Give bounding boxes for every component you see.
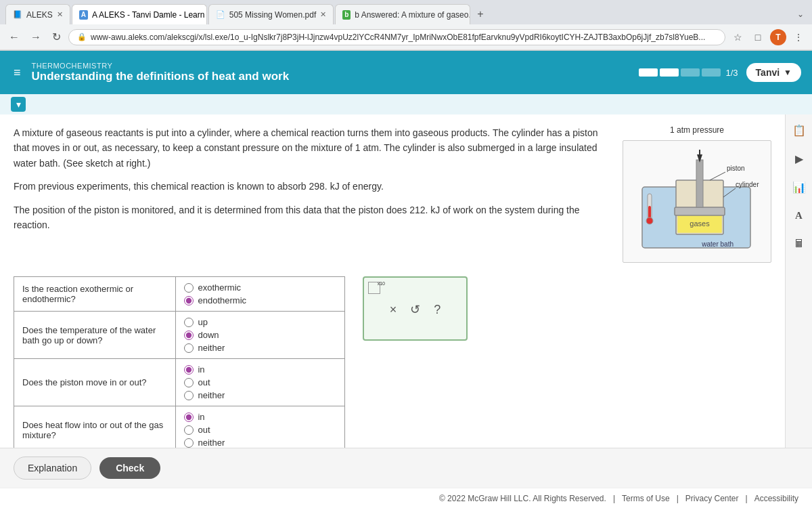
- progress-container: 1/3: [639, 68, 738, 78]
- q1-exothermic-text: exothermic: [198, 282, 241, 293]
- q4-neither-radio[interactable]: [184, 438, 194, 448]
- check-button[interactable]: Check: [99, 457, 160, 479]
- q3-in-label[interactable]: in: [184, 364, 336, 375]
- sidebar-font-icon[interactable]: A: [789, 205, 809, 226]
- new-tab-button[interactable]: +: [472, 5, 489, 23]
- tab-aleks-icon: 📘: [13, 10, 22, 20]
- x10-superscript: x10: [378, 281, 385, 286]
- problem-section: A mixture of gaseous reactants is put in…: [14, 125, 771, 263]
- problem-paragraph-3: The position of the piston is monitored,…: [14, 203, 609, 233]
- user-menu-button[interactable]: Tanvi ▼: [746, 63, 801, 82]
- q1-endothermic-radio[interactable]: [184, 296, 194, 305]
- q2-neither-label[interactable]: neither: [184, 343, 336, 353]
- q2-up-radio[interactable]: [184, 318, 194, 327]
- progress-segments: [639, 68, 721, 77]
- tab-overflow-icon[interactable]: ⌄: [794, 7, 807, 22]
- sidebar-calculator-icon[interactable]: 🖩: [789, 234, 809, 254]
- footer-copyright: © 2022 McGraw Hill LLC. All Rights Reser…: [439, 494, 606, 503]
- tab-answered[interactable]: b b Answered: A mixture of gaseo... ✕: [335, 4, 470, 24]
- q3-neither-radio[interactable]: [184, 391, 194, 400]
- q2-neither-radio[interactable]: [184, 343, 194, 353]
- forward-button[interactable]: →: [27, 30, 45, 45]
- extension-icon[interactable]: □: [750, 29, 766, 45]
- footer-sep-3: |: [746, 494, 748, 503]
- user-avatar[interactable]: T: [770, 29, 786, 45]
- footer-terms-link[interactable]: Terms of Use: [622, 494, 670, 503]
- water-bath-label: water bath: [701, 240, 734, 248]
- explanation-button[interactable]: Explanation: [14, 457, 91, 480]
- reload-button[interactable]: ↻: [49, 29, 64, 45]
- tab-aleks-close[interactable]: ✕: [57, 10, 63, 19]
- back-button[interactable]: ←: [5, 30, 23, 45]
- footer-accessibility-link[interactable]: Accessibility: [754, 494, 798, 503]
- tab-pdf[interactable]: 📄 505 Missing Women.pdf ✕: [208, 4, 334, 24]
- progress-seg-3: [681, 68, 700, 77]
- q2-down-text: down: [198, 330, 219, 340]
- footer-sep-1: |: [613, 494, 615, 503]
- answer-undo-button[interactable]: ↺: [410, 302, 420, 317]
- piston-label: piston: [727, 165, 745, 172]
- q3-in-radio[interactable]: [184, 365, 194, 375]
- answer-box-header: x10: [368, 282, 462, 294]
- q1-endothermic-label[interactable]: endothermic: [184, 295, 336, 305]
- q2-up-label[interactable]: up: [184, 317, 336, 327]
- collapse-button[interactable]: ▾: [11, 97, 26, 112]
- footer-sep-2: |: [677, 494, 679, 503]
- svg-point-11: [646, 217, 653, 224]
- diagram-container: gases: [623, 140, 771, 263]
- q3-out-label[interactable]: out: [184, 377, 336, 387]
- q4-neither-label[interactable]: neither: [184, 438, 336, 448]
- more-menu-icon[interactable]: ⋮: [790, 29, 807, 45]
- q3-neither-label[interactable]: neither: [184, 390, 336, 400]
- answer-checkbox[interactable]: x10: [368, 282, 380, 294]
- header-main-title: Understanding the definitions of heat an…: [32, 70, 631, 83]
- footer-privacy-link[interactable]: Privacy Center: [685, 494, 739, 503]
- q4-out-label[interactable]: out: [184, 425, 336, 435]
- q1-exothermic-label[interactable]: exothermic: [184, 282, 336, 293]
- diagram-area: 1 atm pressure gases: [623, 125, 771, 263]
- table-row: Is the reaction exothermic or endothermi…: [14, 277, 345, 312]
- problem-paragraph-2: From previous experiments, this chemical…: [14, 179, 609, 194]
- q3-neither-text: neither: [198, 390, 225, 400]
- right-sidebar: 📋 ▶ 📊 A 🖩: [785, 114, 812, 448]
- address-bar[interactable]: 🔒 www-awu.aleks.com/alekscgi/x/lsl.exe/1…: [68, 29, 725, 45]
- q1-text: Is the reaction exothermic or endothermi…: [14, 277, 176, 312]
- q4-in-radio[interactable]: [184, 412, 194, 422]
- q1-exothermic-radio[interactable]: [184, 283, 194, 293]
- q1-options: exothermic endothermic: [176, 277, 345, 312]
- sidebar-notes-icon[interactable]: 📋: [789, 120, 809, 140]
- table-row: Does the piston move in or out? in: [14, 359, 345, 406]
- progress-seg-2: [660, 68, 679, 77]
- q4-neither-text: neither: [198, 438, 225, 448]
- tab-pdf-close[interactable]: ✕: [320, 10, 326, 19]
- header-right: 1/3 Tanvi ▼: [639, 63, 802, 82]
- answer-help-button[interactable]: ?: [434, 303, 441, 317]
- tab-aleks-learn[interactable]: A A ALEKS - Tanvi Damle - Learn ✕: [72, 4, 207, 24]
- bookmark-star-icon[interactable]: ☆: [729, 29, 746, 45]
- q2-down-label[interactable]: down: [184, 330, 336, 340]
- table-row: Does the temperature of the water bath g…: [14, 312, 345, 359]
- tab-aleks[interactable]: 📘 ALEKS ✕: [5, 4, 70, 24]
- sidebar-chart-icon[interactable]: 📊: [789, 177, 809, 197]
- hamburger-icon[interactable]: ≡: [11, 63, 24, 83]
- svg-rect-3: [675, 207, 725, 215]
- progress-seg-4: [702, 68, 721, 77]
- answer-box-actions: × ↺ ?: [368, 302, 462, 317]
- answer-box: x10 × ↺ ?: [363, 276, 468, 341]
- tab-pdf-icon: 📄: [216, 10, 225, 20]
- q2-down-radio[interactable]: [184, 331, 194, 340]
- answer-clear-button[interactable]: ×: [390, 303, 397, 317]
- sidebar-play-icon[interactable]: ▶: [789, 148, 809, 169]
- q3-text: Does the piston move in or out?: [14, 359, 176, 406]
- q4-text: Does heat flow into or out of the gas mi…: [14, 406, 176, 448]
- q3-out-radio[interactable]: [184, 378, 194, 387]
- q1-radio-group: exothermic endothermic: [184, 282, 336, 305]
- q3-radio-group: in out neither: [184, 364, 336, 400]
- q4-radio-group: in out neither: [184, 412, 336, 448]
- q2-text: Does the temperature of the water bath g…: [14, 312, 176, 359]
- tab-pdf-label: 505 Missing Women.pdf: [229, 10, 317, 20]
- q4-out-radio[interactable]: [184, 425, 194, 435]
- q4-in-label[interactable]: in: [184, 412, 336, 422]
- tab-aleks-learn-icon: A: [79, 10, 88, 20]
- user-name: Tanvi: [756, 67, 780, 78]
